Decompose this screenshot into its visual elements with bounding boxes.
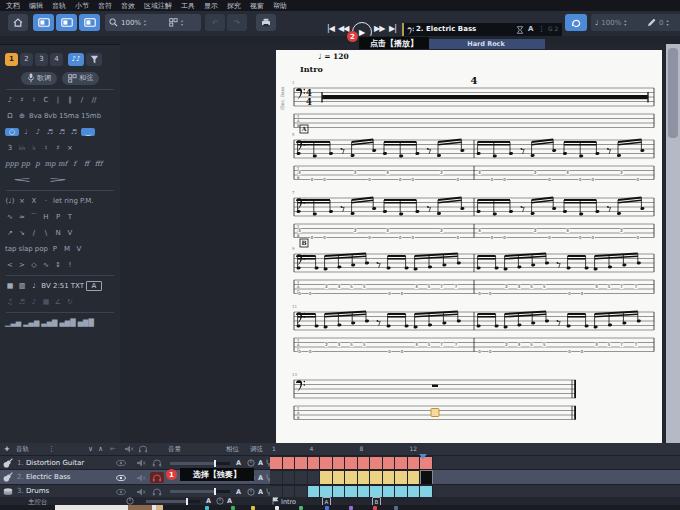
master-automation-b[interactable]: A	[227, 497, 232, 505]
solo-toggle[interactable]	[152, 488, 162, 496]
tools-icon[interactable]: ▦	[5, 282, 15, 290]
master-knob[interactable]	[126, 497, 134, 505]
collapse-icon[interactable]: ∨	[88, 445, 93, 453]
timeline-cell-bar-11[interactable]	[395, 470, 408, 485]
articulations-icon[interactable]: ⌒	[29, 212, 39, 222]
menu-音效[interactable]: 音效	[121, 1, 135, 11]
techniques-icon[interactable]: P	[50, 245, 60, 253]
voice-4-button[interactable]: 4	[50, 53, 63, 66]
slides-icon[interactable]: ↘	[17, 229, 27, 237]
picking-icon[interactable]: !	[65, 261, 75, 269]
visibility-toggle[interactable]	[116, 474, 126, 482]
multivoice-button[interactable]: ♪♪	[68, 53, 84, 66]
articulations-icon[interactable]: P	[53, 213, 63, 221]
taskbar-app-icon[interactable]	[325, 506, 329, 510]
voice-1-button[interactable]: 1	[5, 53, 18, 66]
menu-小节[interactable]: 小节	[75, 1, 89, 11]
articulations-icon[interactable]: H	[41, 213, 51, 221]
timeline-cell-bar-2[interactable]	[283, 456, 296, 470]
score-symbols-icon[interactable]: /	[77, 96, 87, 104]
track-row-1[interactable]: 1. Distortion GuitarAA	[0, 455, 680, 469]
score-notation[interactable]: ♩ = 120IntroElec. BassTAB1444TAB5A300203…	[276, 50, 662, 443]
zoom-stepper[interactable]: ▴▾	[144, 19, 146, 27]
tracks-menu-icon[interactable]: ⋮	[48, 445, 55, 453]
countin-icon[interactable]	[516, 26, 524, 34]
forward-button[interactable]: ▶▶	[374, 24, 384, 33]
timeline-cell-bar-13[interactable]	[420, 470, 433, 485]
menu-视窗[interactable]: 视窗	[250, 1, 264, 11]
zoom-control[interactable]: 100% ▴▾	[105, 14, 169, 31]
timeline-cell-bar-10[interactable]	[383, 456, 396, 470]
timeline-cell-bar-4[interactable]	[308, 456, 321, 470]
articulations-icon[interactable]: ∿	[5, 213, 15, 221]
directions-icon[interactable]: ⊕	[17, 112, 27, 120]
timeline-cell-bar-8[interactable]	[358, 456, 371, 470]
dynamics-icon[interactable]: p	[32, 160, 42, 168]
redo-button[interactable]: ↷	[227, 14, 247, 31]
techniques-icon[interactable]: tap	[5, 245, 16, 253]
picking-icon[interactable]: ∿	[41, 261, 51, 269]
tuner-icon[interactable]: A	[528, 25, 533, 33]
marker-flag-icon[interactable]	[272, 497, 279, 505]
directions-icon[interactable]: Ω	[5, 112, 15, 120]
techniques-icon[interactable]: slap	[18, 245, 32, 253]
scrollbar-thumb[interactable]	[668, 48, 678, 138]
accidentals-icon[interactable]: ♮	[41, 144, 51, 152]
durations-icon[interactable]: ♬	[57, 128, 67, 136]
durations-icon[interactable]: ♩	[21, 128, 31, 136]
view-parchment-button[interactable]	[56, 14, 77, 31]
menu-音轨[interactable]: 音轨	[52, 1, 66, 11]
track-row-3[interactable]: 3. DrumsAA	[0, 484, 680, 497]
taskbar-app-icon[interactable]	[394, 506, 398, 510]
print-button[interactable]	[256, 14, 276, 31]
return-icon[interactable]: ⇤	[110, 445, 116, 453]
tools-icon[interactable]: BV	[41, 282, 51, 290]
taskbar-app-icon[interactable]	[299, 506, 303, 510]
score-symbols-icon[interactable]: ♯	[17, 96, 27, 104]
automations-icon[interactable]: ♪	[29, 298, 39, 306]
taskbar-app-icon[interactable]	[251, 506, 255, 510]
undo-button[interactable]: ↶	[205, 14, 225, 31]
edit-cursor[interactable]	[431, 409, 439, 417]
note-effects-icon[interactable]: ·	[41, 197, 51, 205]
taskbar-app-icon[interactable]	[349, 506, 353, 510]
section-name-bar[interactable]: Hard Rock	[427, 39, 545, 49]
dynamics-icon[interactable]: fff	[94, 160, 104, 168]
hairpins-icon[interactable]: >	[41, 176, 75, 184]
mute-toggle[interactable]	[136, 459, 146, 467]
score-view[interactable]: ♩ = 120IntroElec. BassTAB1444TAB5A300203…	[120, 44, 680, 443]
dynamics-icon[interactable]: pp	[20, 160, 30, 168]
home-button[interactable]	[8, 14, 28, 31]
automations-icon[interactable]: ▦	[41, 298, 51, 306]
timeline-cell-bar-6[interactable]	[333, 470, 346, 485]
taskbar-app-icon[interactable]	[231, 506, 235, 510]
note-effects-icon[interactable]: (♩)	[5, 197, 15, 205]
timeline-cell-bar-5[interactable]	[320, 470, 333, 485]
taskbar-app-icon[interactable]	[275, 506, 279, 510]
timeline-cell-bar-2[interactable]	[283, 470, 296, 485]
automations-icon[interactable]: ↻	[65, 298, 75, 306]
menu-编辑[interactable]: 编辑	[29, 1, 43, 11]
note-effects-icon[interactable]: ×	[17, 197, 27, 205]
timeline-cell-bar-4[interactable]	[308, 470, 321, 485]
durations-icon[interactable]: ♬	[69, 128, 79, 136]
slides-icon[interactable]: V	[65, 229, 75, 237]
tools-icon[interactable]: 2:51	[53, 282, 69, 290]
timeline-cell-bar-3[interactable]	[295, 456, 308, 470]
pan-automation[interactable]: A	[258, 474, 263, 482]
pan-knob[interactable]	[246, 459, 256, 467]
solo-toggle[interactable]	[152, 459, 162, 467]
master-pan-knob[interactable]	[216, 497, 224, 505]
score-symbols-icon[interactable]: ♪	[5, 96, 15, 104]
mute-toggle[interactable]	[136, 488, 146, 496]
taskbar-app-icon[interactable]	[205, 506, 209, 510]
directions-icon[interactable]: 8vb	[44, 112, 57, 120]
tools-icon[interactable]: A	[86, 281, 102, 291]
edit-control[interactable]: 0 ▴▾	[643, 14, 680, 31]
multitrack-control[interactable]: ▴▾	[165, 14, 201, 31]
score-page[interactable]: ♩ = 120IntroElec. BassTAB1444TAB5A300203…	[276, 50, 662, 443]
visibility-toggle[interactable]	[116, 459, 126, 467]
directions-icon[interactable]: 8va	[29, 112, 42, 120]
go-end-button[interactable]: ▶|	[389, 24, 396, 33]
timeline-cell-bar-9[interactable]	[370, 456, 383, 470]
